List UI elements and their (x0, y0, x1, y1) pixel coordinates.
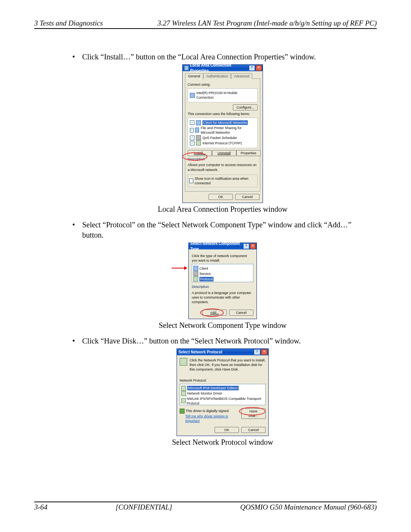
have-disk-button[interactable]: Have Disk... (241, 408, 266, 419)
titlebar: Select Network Component Type ? × (189, 243, 256, 249)
checkbox-icon[interactable]: ✓ (190, 141, 194, 145)
signed-text: This driver is digitally signed. (186, 409, 229, 413)
item-protocol[interactable]: Protocol (199, 277, 213, 281)
show-icon-label: Show icon in notification area when conn… (195, 176, 256, 185)
client-icon (196, 120, 201, 125)
tab-advanced[interactable]: Advanced (231, 73, 252, 79)
ok-button[interactable]: OK (215, 427, 239, 433)
caption-step3: Select Network Protocol window (72, 437, 373, 447)
cancel-button[interactable]: Cancel (241, 427, 266, 433)
checkbox-icon[interactable]: ✓ (189, 179, 193, 183)
footer-center: [CONFIDENTIAL] (116, 503, 172, 511)
file-share-icon (195, 128, 199, 133)
item-tcpip[interactable]: Internet Protocol (TCP/IP) (202, 141, 242, 145)
uses-label: This connection uses the following items… (188, 112, 258, 116)
close-button[interactable]: × (261, 349, 268, 355)
checkbox-icon[interactable]: ✓ (190, 136, 194, 140)
properties-button[interactable]: Properties (236, 150, 261, 156)
page-footer: 3-64 [CONFIDENTIAL] QOSMIO G50 Maintenan… (34, 502, 377, 511)
cancel-button[interactable]: Cancel (235, 194, 260, 200)
dialog-lan-properties: Local Area Connection Properties ? × Gen… (182, 64, 263, 203)
tab-authentication[interactable]: Authentication (203, 73, 231, 79)
page-body: • Click “Install…” button on the “Local … (34, 29, 377, 447)
item-monitor[interactable]: Network Monitor Driver (187, 391, 222, 396)
bullet-text: Click “Have Disk…” button on the “Select… (82, 336, 301, 346)
bullet-step2: • Select “Protocol” on the “Select Netwo… (72, 220, 373, 240)
dialog-network-protocol: Select Network Protocol ? × Click the Ne… (177, 348, 269, 436)
component-list[interactable]: Client Service Protocol (192, 264, 253, 282)
protocol-icon (180, 358, 187, 366)
checkbox-icon[interactable]: ✓ (190, 128, 194, 133)
title-text: Select Network Component Type (190, 241, 242, 251)
bullet-text: Click “Install…” button on the “Local Ar… (82, 52, 316, 62)
protocol-icon (181, 386, 186, 391)
item-client[interactable]: Client for Microsoft Networks (202, 120, 248, 125)
page-header: 3 Tests and Diagnostics 3.27 Wireless LA… (34, 19, 377, 29)
titlebar: Local Area Connection Properties ? × (183, 65, 263, 71)
adapter-box: Intel(R) PRO/100 M Mobile Connection (188, 88, 258, 102)
close-button[interactable]: × (256, 65, 262, 71)
client-icon (193, 266, 198, 271)
bullet-dot: • (72, 220, 82, 240)
desc-text: A protocol is a language your computer u… (192, 291, 253, 304)
configure-button[interactable]: Configure... (233, 104, 258, 110)
signed-icon (180, 409, 185, 414)
caption-step2: Select Network Component Type window (72, 320, 373, 331)
qos-icon (196, 135, 201, 140)
protocol-icon (193, 276, 198, 281)
connect-using-label: Connect using: (188, 82, 258, 87)
header-left: 3 Tests and Diagnostics (34, 19, 103, 27)
footer-left: 3-64 (34, 503, 48, 511)
footer-right: QOSMIO G50 Maintenance Manual (960-683) (240, 503, 377, 511)
item-service[interactable]: Service (199, 272, 211, 276)
help-button[interactable]: ? (243, 243, 249, 249)
tab-general[interactable]: General (185, 73, 203, 79)
protocol-icon (181, 391, 186, 396)
tcpip-icon (196, 141, 201, 145)
help-button[interactable]: ? (249, 65, 255, 71)
item-nwlink[interactable]: NWLink IPX/SPX/NetBIOS Compatible Transp… (187, 396, 264, 406)
bullet-dot: • (72, 52, 82, 62)
why-link[interactable]: Tell me why driver signing is important (185, 414, 241, 423)
title-text: Select Network Protocol (178, 350, 222, 355)
desc-heading: Description (188, 157, 258, 161)
bullet-step3: • Click “Have Disk…” button on the “Sele… (72, 336, 373, 346)
protocol-list[interactable]: Microsoft IPv6 Developer Edition Network… (180, 384, 266, 405)
uninstall-button[interactable]: Uninstall (212, 150, 236, 156)
bullet-step1: • Click “Install…” button on the “Local … (72, 52, 373, 62)
service-icon (193, 271, 198, 276)
item-ipv6[interactable]: Microsoft IPv6 Developer Edition (187, 386, 239, 390)
checkbox-icon[interactable]: ✓ (190, 120, 194, 125)
close-button[interactable]: × (250, 243, 256, 249)
dialog-component-type: Select Network Component Type ? × Click … (188, 243, 257, 319)
desc-text: Allows your computer to access resources… (188, 163, 258, 172)
caption-step1: Local Area Connection Properties window (72, 204, 373, 214)
prompt-text: Click the type of network component you … (192, 254, 253, 263)
annotation-arrow (172, 268, 187, 268)
cancel-button[interactable]: Cancel (229, 310, 253, 316)
adapter-name: Intel(R) PRO/100 M Mobile Connection (196, 91, 255, 100)
network-icon (184, 66, 189, 70)
item-client[interactable]: Client (199, 266, 208, 271)
add-button[interactable]: Add... (202, 310, 227, 316)
titlebar: Select Network Protocol ? × (177, 349, 268, 355)
header-right: 3.27 Wireless LAN Test Program (Intel-ma… (158, 19, 377, 27)
title-text: Local Area Connection Properties (190, 63, 248, 73)
ok-button[interactable]: OK (209, 194, 233, 200)
item-fileshare[interactable]: File and Printer Sharing for Microsoft N… (201, 126, 255, 135)
list-heading: Network Protocol: (180, 378, 266, 383)
help-button[interactable]: ? (254, 349, 260, 355)
install-button[interactable]: Install... (188, 150, 212, 156)
bullet-dot: • (72, 336, 82, 346)
items-list[interactable]: ✓Client for Microsoft Networks ✓File and… (188, 118, 258, 148)
item-qos[interactable]: QoS Packet Scheduler (202, 136, 237, 140)
panel-general: Connect using: Intel(R) PRO/100 M Mobile… (185, 78, 260, 192)
desc-heading: Description (192, 284, 253, 289)
adapter-icon (190, 93, 195, 98)
protocol-icon (181, 398, 186, 403)
prompt-text: Click the Network Protocol that you want… (190, 358, 266, 372)
bullet-text: Select “Protocol” on the “Select Network… (82, 220, 373, 240)
